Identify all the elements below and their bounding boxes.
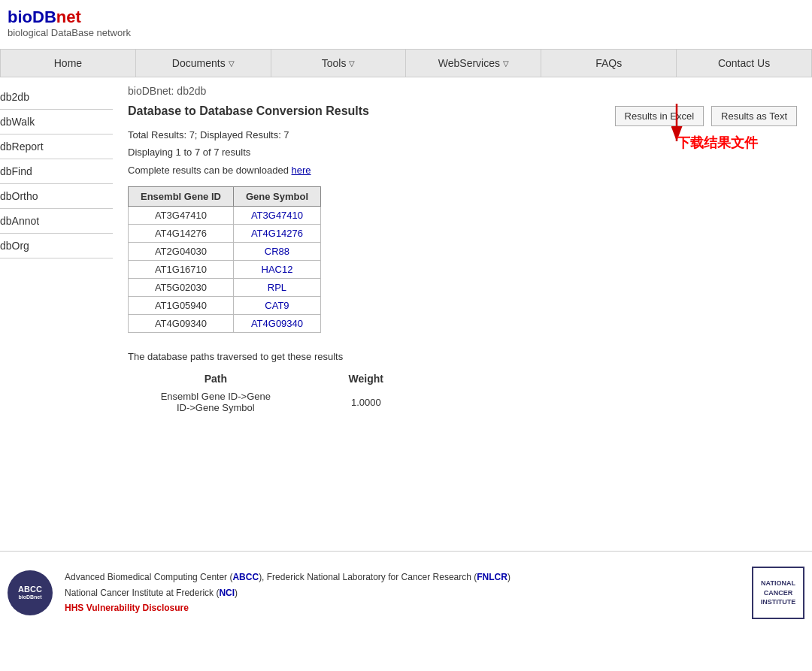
sidebar: db2db dbWalk dbReport dbFind dbOrtho dbA… (0, 77, 113, 528)
ensembl-gene-id-cell: AT4G09340 (129, 315, 234, 333)
gene-symbol-cell: AT3G47410 (233, 207, 320, 225)
table-row: AT4G14276AT4G14276 (129, 225, 321, 243)
result-info: Total Results: 7; Displayed Results: 7 D… (128, 126, 311, 179)
site-logo: bioDBnet (8, 8, 812, 27)
ensembl-gene-id-cell: AT1G05940 (129, 297, 234, 315)
path-section: The database paths traversed to get thes… (128, 351, 797, 416)
results-table: Ensembl Gene ID Gene Symbol AT3G47410AT3… (128, 186, 321, 333)
nav-documents[interactable]: Documents ▽ (136, 50, 271, 77)
sidebar-item-dbreport[interactable]: dbReport (0, 135, 113, 159)
path-row: Ensembl Gene ID->Gene ID->Gene Symbol 1.… (128, 388, 429, 416)
section-title: Database to Database Conversion Results (128, 104, 369, 118)
page-layout: db2db dbWalk dbReport dbFind dbOrtho dbA… (0, 77, 812, 528)
footer-text: Advanced Biomedical Computing Center (AB… (65, 570, 740, 615)
gene-symbol-link[interactable]: CR88 (265, 246, 289, 257)
ensembl-gene-id-cell: AT2G04030 (129, 243, 234, 261)
weight-col-header: Weight (304, 370, 429, 388)
gene-symbol-link[interactable]: AT4G09340 (251, 318, 303, 329)
gene-symbol-cell: CAT9 (233, 297, 320, 315)
gene-symbol-link[interactable]: HAC12 (262, 264, 293, 275)
gene-symbol-link[interactable]: RPL (268, 282, 286, 293)
path-col-header: Path (128, 370, 304, 388)
gene-symbol-cell: RPL (233, 279, 320, 297)
footer: ABCC bioDBnet Advanced Biomedical Comput… (0, 551, 812, 634)
ensembl-gene-id-cell: AT3G47410 (129, 207, 234, 225)
nci-logo: NATIONAL CANCER INSTITUTE (752, 567, 804, 619)
table-row: AT4G09340AT4G09340 (129, 315, 321, 333)
path-value: Ensembl Gene ID->Gene ID->Gene Symbol (128, 388, 304, 416)
gene-symbol-cell: CR88 (233, 243, 320, 261)
col-header-genesymbol: Gene Symbol (233, 187, 320, 207)
breadcrumb: bioDBnet: db2db (128, 85, 797, 97)
ensembl-gene-id-cell: AT4G14276 (129, 225, 234, 243)
table-row: AT1G05940CAT9 (129, 297, 321, 315)
path-intro: The database paths traversed to get thes… (128, 351, 797, 362)
gene-symbol-cell: HAC12 (233, 261, 320, 279)
logo-area: bioDBnet biological DataBase network (0, 0, 812, 43)
nav-webservices[interactable]: WebServices ▽ (406, 50, 541, 77)
abcc-logo: ABCC bioDBnet (8, 570, 53, 615)
sidebar-item-dbortho[interactable]: dbOrtho (0, 184, 113, 209)
nav-contact[interactable]: Contact Us (677, 50, 811, 77)
gene-symbol-cell: AT4G14276 (233, 225, 320, 243)
gene-symbol-link[interactable]: CAT9 (265, 300, 289, 311)
main-nav: Home Documents ▽ Tools ▽ WebServices ▽ F… (0, 49, 812, 77)
table-row: AT5G02030RPL (129, 279, 321, 297)
annotation-area: 下载结果文件 (632, 126, 797, 186)
tools-arrow-icon: ▽ (349, 59, 355, 68)
hhs-disclosure-link[interactable]: HHS Vulnerability Disclosure (65, 603, 189, 613)
documents-arrow-icon: ▽ (229, 59, 235, 68)
sidebar-item-dbannot[interactable]: dbAnnot (0, 209, 113, 234)
main-content: bioDBnet: db2db Database to Database Con… (113, 77, 812, 528)
webservices-arrow-icon: ▽ (503, 59, 509, 68)
sidebar-item-dborg[interactable]: dbOrg (0, 234, 113, 258)
annotation-label: 下载结果文件 (677, 134, 758, 152)
weight-value: 1.0000 (304, 388, 429, 416)
sidebar-item-dbfind[interactable]: dbFind (0, 159, 113, 184)
gene-symbol-cell: AT4G09340 (233, 315, 320, 333)
table-row: AT1G16710HAC12 (129, 261, 321, 279)
nav-faqs[interactable]: FAQs (541, 50, 677, 77)
sidebar-item-db2db[interactable]: db2db (0, 85, 113, 110)
results-as-text-button[interactable]: Results as Text (711, 106, 797, 126)
ensembl-gene-id-cell: AT5G02030 (129, 279, 234, 297)
col-header-ensembl: Ensembl Gene ID (129, 187, 234, 207)
gene-symbol-link[interactable]: AT4G14276 (251, 228, 303, 239)
nav-home[interactable]: Home (1, 50, 136, 77)
ensembl-gene-id-cell: AT1G16710 (129, 261, 234, 279)
gene-symbol-link[interactable]: AT3G47410 (251, 210, 303, 221)
path-table: Path Weight Ensembl Gene ID->Gene ID->Ge… (128, 370, 429, 416)
nav-tools[interactable]: Tools ▽ (271, 50, 407, 77)
logo-subtitle: biological DataBase network (8, 27, 812, 38)
table-row: AT3G47410AT3G47410 (129, 207, 321, 225)
sidebar-item-dbwalk[interactable]: dbWalk (0, 110, 113, 135)
download-here-link[interactable]: here (292, 165, 311, 176)
table-row: AT2G04030CR88 (129, 243, 321, 261)
